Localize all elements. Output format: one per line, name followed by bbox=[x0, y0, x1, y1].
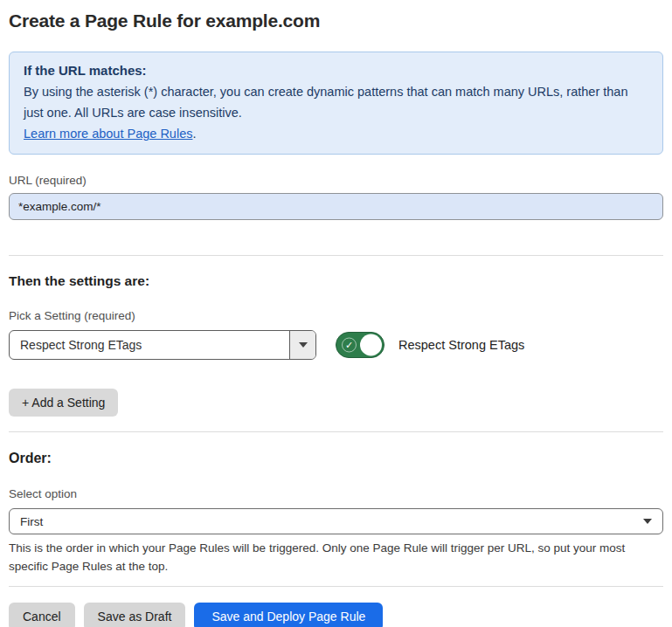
save-as-draft-button[interactable]: Save as Draft bbox=[84, 603, 186, 627]
info-box-link-line: Learn more about Page Rules. bbox=[24, 123, 648, 144]
order-select-value: First bbox=[20, 515, 43, 528]
pick-setting-label: Pick a Setting (required) bbox=[9, 309, 663, 322]
divider bbox=[9, 586, 663, 587]
cancel-button[interactable]: Cancel bbox=[9, 603, 75, 627]
check-icon: ✓ bbox=[342, 338, 357, 353]
learn-more-link[interactable]: Learn more about Page Rules bbox=[24, 127, 192, 141]
etags-toggle[interactable]: ✓ bbox=[336, 332, 384, 358]
order-section-heading: Order: bbox=[9, 451, 663, 466]
info-box-body: By using the asterisk (*) character, you… bbox=[24, 81, 648, 123]
setting-select-value: Respect Strong ETags bbox=[10, 331, 289, 359]
footer-buttons: Cancel Save as Draft Save and Deploy Pag… bbox=[9, 603, 663, 627]
url-match-info-box: If the URL matches: By using the asteris… bbox=[9, 52, 663, 155]
save-and-deploy-button[interactable]: Save and Deploy Page Rule bbox=[194, 603, 383, 627]
url-input[interactable] bbox=[9, 193, 663, 220]
select-option-label: Select option bbox=[9, 487, 663, 500]
add-setting-button[interactable]: + Add a Setting bbox=[9, 389, 118, 417]
setting-row: Respect Strong ETags ✓ Respect Strong ET… bbox=[9, 330, 663, 360]
divider bbox=[9, 255, 663, 256]
page-rule-form: Create a Page Rule for example.com If th… bbox=[0, 0, 672, 627]
chevron-down-icon bbox=[299, 342, 308, 348]
url-field-label: URL (required) bbox=[9, 174, 663, 187]
chevron-down-icon bbox=[643, 519, 652, 524]
setting-select-arrow-button[interactable] bbox=[289, 331, 315, 359]
info-box-heading: If the URL matches: bbox=[24, 60, 648, 81]
order-help-text: This is the order in which your Page Rul… bbox=[9, 539, 655, 575]
order-select[interactable]: First bbox=[9, 508, 663, 534]
toggle-knob bbox=[360, 334, 382, 356]
setting-select[interactable]: Respect Strong ETags bbox=[9, 330, 316, 360]
divider bbox=[9, 431, 663, 432]
settings-section-heading: Then the settings are: bbox=[9, 273, 663, 289]
etags-toggle-label: Respect Strong ETags bbox=[398, 338, 524, 352]
link-suffix: . bbox=[192, 127, 196, 141]
page-title: Create a Page Rule for example.com bbox=[9, 10, 663, 31]
